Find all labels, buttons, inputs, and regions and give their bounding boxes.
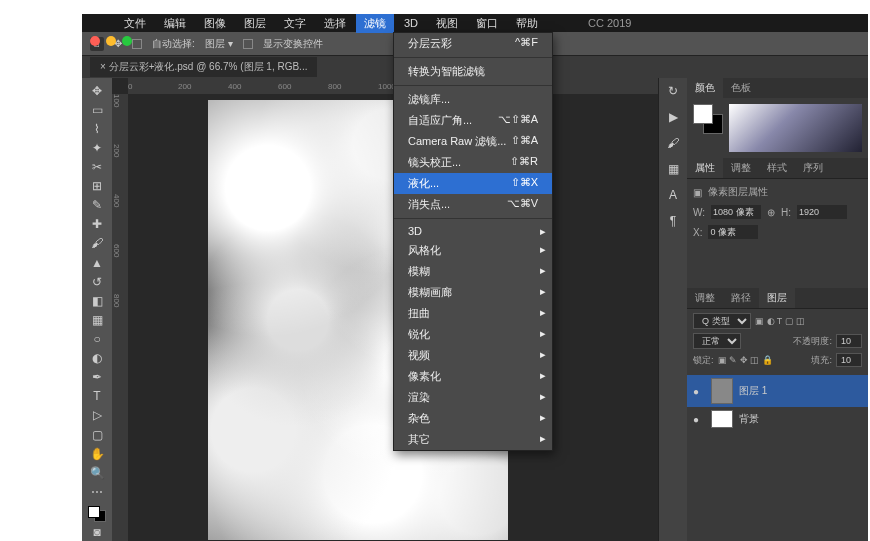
quickmask-icon[interactable]: ◙ xyxy=(87,524,107,541)
visibility-icon[interactable]: ● xyxy=(693,386,705,397)
tab-seq[interactable]: 序列 xyxy=(795,158,831,178)
dd-pixelate[interactable]: 像素化▸ xyxy=(394,366,552,387)
swatch-icon[interactable]: ▦ xyxy=(664,160,682,178)
tab-adjust2[interactable]: 调整 xyxy=(687,288,723,308)
dd-3d[interactable]: 3D▸ xyxy=(394,222,552,240)
tools-panel: ✥ ▭ ⌇ ✦ ✂ ⊞ ✎ ✚ 🖌 ▲ ↺ ◧ ▦ ○ ◐ ✒ T ▷ ▢ ✋ … xyxy=(82,78,112,541)
dd-video[interactable]: 视频▸ xyxy=(394,345,552,366)
history-icon[interactable]: ↻ xyxy=(664,82,682,100)
type-tool[interactable]: T xyxy=(87,388,107,405)
maximize-dot[interactable] xyxy=(122,36,132,46)
dd-adaptive-wide[interactable]: 自适应广角...⌥⇧⌘A xyxy=(394,110,552,131)
color-picker[interactable] xyxy=(729,104,862,152)
gradient-tool[interactable]: ▦ xyxy=(87,311,107,328)
menu-filter[interactable]: 滤镜 xyxy=(356,14,394,33)
h-input[interactable] xyxy=(797,205,847,219)
hand-tool[interactable]: ✋ xyxy=(87,445,107,462)
lock-icons[interactable]: ▣ ✎ ✥ ◫ 🔒 xyxy=(718,355,773,365)
more-tools[interactable]: ⋯ xyxy=(87,483,107,500)
link-icon[interactable]: ⊕ xyxy=(767,207,775,218)
dd-smart-filter[interactable]: 转换为智能滤镜 xyxy=(394,61,552,82)
menu-help[interactable]: 帮助 xyxy=(508,14,546,33)
menu-layer[interactable]: 图层 xyxy=(236,14,274,33)
opacity-input[interactable] xyxy=(836,334,862,348)
opacity-label: 不透明度: xyxy=(793,335,832,348)
menu-view[interactable]: 视图 xyxy=(428,14,466,33)
auto-select-checkbox[interactable] xyxy=(132,39,142,49)
document-tab[interactable]: × 分层云彩+液化.psd @ 66.7% (图层 1, RGB... xyxy=(90,57,317,77)
tab-properties[interactable]: 属性 xyxy=(687,158,723,178)
window-controls[interactable] xyxy=(90,36,132,46)
color-swatches[interactable] xyxy=(88,506,106,521)
dodge-tool[interactable]: ◐ xyxy=(87,350,107,367)
dd-last-filter[interactable]: 分层云彩^⌘F xyxy=(394,33,552,54)
marquee-tool[interactable]: ▭ xyxy=(87,101,107,118)
menu-type[interactable]: 文字 xyxy=(276,14,314,33)
x-label: X: xyxy=(693,227,702,238)
filter-icons[interactable]: ▣ ◐ T ▢ ◫ xyxy=(755,316,805,326)
path-tool[interactable]: ▷ xyxy=(87,407,107,424)
stamp-tool[interactable]: ▲ xyxy=(87,254,107,271)
dd-camera-raw[interactable]: Camera Raw 滤镜...⇧⌘A xyxy=(394,131,552,152)
menu-image[interactable]: 图像 xyxy=(196,14,234,33)
menu-file[interactable]: 文件 xyxy=(116,14,154,33)
brush-icon[interactable]: 🖌 xyxy=(664,134,682,152)
tab-layers[interactable]: 图层 xyxy=(759,288,795,308)
fg-bg-swatch[interactable] xyxy=(693,104,723,134)
layer-name: 图层 1 xyxy=(739,384,767,398)
layer-row[interactable]: ● 背景 xyxy=(687,407,868,431)
w-label: W: xyxy=(693,207,705,218)
blend-mode[interactable]: 正常 xyxy=(693,333,741,349)
wand-tool[interactable]: ✦ xyxy=(87,139,107,156)
auto-select-dropdown[interactable]: 图层 ▾ xyxy=(205,37,233,51)
move-tool[interactable]: ✥ xyxy=(87,82,107,99)
tab-paths[interactable]: 路径 xyxy=(723,288,759,308)
dd-render[interactable]: 渲染▸ xyxy=(394,387,552,408)
w-input[interactable] xyxy=(711,205,761,219)
fill-input[interactable] xyxy=(836,353,862,367)
dd-filter-gallery[interactable]: 滤镜库... xyxy=(394,89,552,110)
dd-liquify[interactable]: 液化...⇧⌘X xyxy=(394,173,552,194)
heal-tool[interactable]: ✚ xyxy=(87,216,107,233)
dd-blur-gallery[interactable]: 模糊画廊▸ xyxy=(394,282,552,303)
layer-row[interactable]: ● 图层 1 xyxy=(687,375,868,407)
menu-select[interactable]: 选择 xyxy=(316,14,354,33)
brush-tool[interactable]: 🖌 xyxy=(87,235,107,252)
menu-window[interactable]: 窗口 xyxy=(468,14,506,33)
props-tabs: 属性 调整 样式 序列 xyxy=(687,158,868,178)
tab-adjust[interactable]: 调整 xyxy=(723,158,759,178)
history-tool[interactable]: ↺ xyxy=(87,273,107,290)
play-icon[interactable]: ▶ xyxy=(664,108,682,126)
menu-edit[interactable]: 编辑 xyxy=(156,14,194,33)
frame-tool[interactable]: ⊞ xyxy=(87,178,107,195)
dd-blur[interactable]: 模糊▸ xyxy=(394,261,552,282)
shape-tool[interactable]: ▢ xyxy=(87,426,107,443)
eraser-tool[interactable]: ◧ xyxy=(87,292,107,309)
char-icon[interactable]: A xyxy=(664,186,682,204)
pen-tool[interactable]: ✒ xyxy=(87,369,107,386)
dd-lens-correction[interactable]: 镜头校正...⇧⌘R xyxy=(394,152,552,173)
ruler-vertical: 100200400600800 xyxy=(112,94,128,541)
close-dot[interactable] xyxy=(90,36,100,46)
menu-3d[interactable]: 3D xyxy=(396,15,426,31)
dd-noise[interactable]: 杂色▸ xyxy=(394,408,552,429)
dd-sharpen[interactable]: 锐化▸ xyxy=(394,324,552,345)
dd-vanishing-point[interactable]: 消失点...⌥⌘V xyxy=(394,194,552,215)
dd-distort[interactable]: 扭曲▸ xyxy=(394,303,552,324)
minimize-dot[interactable] xyxy=(106,36,116,46)
tab-color[interactable]: 颜色 xyxy=(687,78,723,98)
lasso-tool[interactable]: ⌇ xyxy=(87,120,107,137)
para-icon[interactable]: ¶ xyxy=(664,212,682,230)
show-transform-checkbox[interactable] xyxy=(243,39,253,49)
visibility-icon[interactable]: ● xyxy=(693,414,705,425)
dd-stylize[interactable]: 风格化▸ xyxy=(394,240,552,261)
layer-kind-filter[interactable]: Q 类型 xyxy=(693,313,751,329)
x-input[interactable] xyxy=(708,225,758,239)
dd-other[interactable]: 其它▸ xyxy=(394,429,552,450)
zoom-tool[interactable]: 🔍 xyxy=(87,464,107,481)
tab-style[interactable]: 样式 xyxy=(759,158,795,178)
eyedropper-tool[interactable]: ✎ xyxy=(87,197,107,214)
crop-tool[interactable]: ✂ xyxy=(87,158,107,175)
blur-tool[interactable]: ○ xyxy=(87,330,107,347)
tab-swatches[interactable]: 色板 xyxy=(723,78,759,98)
